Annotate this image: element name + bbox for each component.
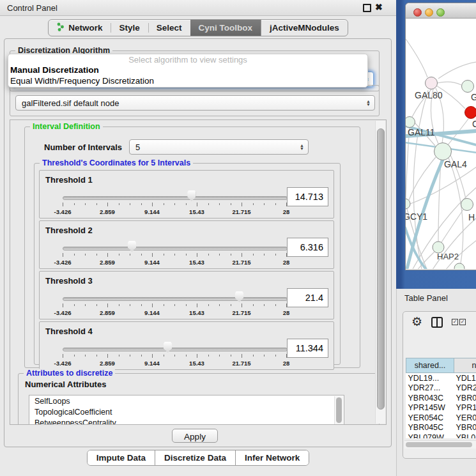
tick-mark bbox=[85, 203, 86, 205]
popup-item-equal-width-frequency[interactable]: Equal Width/Frequency Discretization bbox=[8, 76, 367, 87]
threshold-value-field[interactable]: 14.713 bbox=[287, 187, 328, 206]
tab-impute-data[interactable]: Impute Data bbox=[88, 450, 155, 465]
split-view-icon[interactable] bbox=[431, 317, 443, 328]
close-icon[interactable]: ✖ bbox=[375, 2, 383, 12]
tick-mark bbox=[197, 203, 197, 206]
scrollbar-thumb[interactable] bbox=[377, 128, 385, 410]
cell-shared-name[interactable]: YBL079W bbox=[406, 433, 454, 438]
tick-label: 15.43 bbox=[189, 360, 204, 367]
tab-infer-network[interactable]: Infer Network bbox=[235, 450, 309, 465]
tab-label: Style bbox=[119, 23, 139, 33]
tick-mark bbox=[253, 304, 254, 306]
tick-mark bbox=[231, 203, 231, 205]
control-panel-titlebar[interactable]: Control Panel ✖ bbox=[0, 0, 396, 16]
threshold-value-field[interactable]: 6.316 bbox=[287, 238, 328, 257]
settings-scrollbar[interactable] bbox=[375, 121, 385, 424]
attribute-list-item[interactable]: BetweennessCentrality bbox=[29, 417, 344, 425]
tick-mark bbox=[174, 304, 175, 306]
cell-shared-name[interactable]: YDR27... bbox=[406, 383, 454, 394]
table-row[interactable]: YBR045CYBR0 bbox=[406, 423, 476, 433]
gear-icon[interactable]: ⚙ bbox=[411, 316, 422, 328]
tick-mark bbox=[275, 355, 276, 357]
tick-mark bbox=[85, 304, 86, 306]
table-data-combobox[interactable]: galFiltered.sif default node ▲▼ bbox=[15, 95, 375, 111]
tick-mark bbox=[119, 304, 119, 306]
network-window-titlebar[interactable] bbox=[406, 3, 476, 19]
tick-mark bbox=[164, 203, 164, 205]
attribute-list-item[interactable]: TopologicalCoefficient bbox=[29, 406, 344, 417]
scrollbar-thumb[interactable] bbox=[406, 442, 472, 447]
tick-mark bbox=[208, 254, 209, 256]
tick-mark bbox=[174, 254, 175, 256]
threshold-value-field[interactable]: 21.4 bbox=[287, 288, 328, 307]
table-row[interactable]: YPR145WYPR1 bbox=[406, 403, 476, 413]
popup-prompt-item[interactable]: Select algorithm to view settings bbox=[8, 54, 367, 65]
number-of-intervals-value: 5 bbox=[135, 142, 140, 152]
table-row[interactable]: YBR043CYBR0 bbox=[406, 393, 476, 403]
tick-label: 21.715 bbox=[232, 259, 250, 266]
column-header-shared-name[interactable]: shared... bbox=[406, 358, 454, 373]
cell-shared-name[interactable]: YBR043C bbox=[406, 393, 454, 403]
tick-mark bbox=[141, 203, 142, 205]
apply-button[interactable]: Apply bbox=[172, 429, 218, 443]
threshold-slider[interactable] bbox=[63, 247, 288, 250]
cell-name[interactable]: YBR0 bbox=[454, 393, 476, 403]
tab-label: Cyni Toolbox bbox=[199, 23, 253, 33]
scrollbar-thumb[interactable] bbox=[336, 397, 342, 423]
network-view-window[interactable]: GAL80 GA C GAL11 GAL4 GCY1 H HAP2 bbox=[405, 3, 476, 270]
tick-label: 2.859 bbox=[100, 208, 115, 215]
table-horizontal-scrollbar[interactable] bbox=[404, 440, 476, 449]
tick-mark bbox=[242, 303, 242, 307]
cell-shared-name[interactable]: YER054C bbox=[406, 413, 454, 423]
cell-name[interactable]: YBL0 bbox=[454, 433, 476, 438]
cell-shared-name[interactable]: YPR145W bbox=[406, 403, 454, 413]
network-graph[interactable]: GAL80 GA C GAL11 GAL4 GCY1 H HAP2 bbox=[406, 18, 476, 269]
node-label-partial-red: C bbox=[472, 119, 476, 129]
tick-mark bbox=[74, 254, 75, 256]
cell-shared-name[interactable]: YDL19... bbox=[406, 373, 454, 383]
column-header-name[interactable]: n bbox=[454, 358, 476, 373]
tick-mark bbox=[130, 254, 130, 256]
numerical-attributes-list[interactable]: SelfLoopsTopologicalCoefficientBetweenne… bbox=[29, 395, 344, 425]
tab-discretize-data[interactable]: Discretize Data bbox=[155, 450, 235, 465]
threshold-slider[interactable] bbox=[63, 297, 288, 301]
algorithm-dropdown-popup: Select algorithm to view settings Manual… bbox=[8, 54, 368, 88]
threshold-slider[interactable] bbox=[63, 196, 288, 200]
tick-mark bbox=[141, 254, 142, 256]
node-label-hap2: HAP2 bbox=[437, 252, 459, 261]
float-window-icon[interactable] bbox=[363, 4, 371, 12]
checkbox-icon[interactable]: ✓ bbox=[459, 319, 466, 325]
checkbox-icon[interactable]: ✓ bbox=[452, 319, 458, 325]
popup-item-manual-discretization[interactable]: Manual Discretization bbox=[8, 65, 367, 76]
close-traffic-light-icon[interactable] bbox=[413, 8, 422, 17]
table-row[interactable]: YER054CYER0 bbox=[406, 413, 476, 423]
threshold-slider[interactable] bbox=[63, 348, 288, 351]
tick-label: 2.859 bbox=[100, 360, 115, 367]
number-of-intervals-combobox[interactable]: 5 ▲▼ bbox=[129, 139, 309, 155]
cell-name[interactable]: YPR1 bbox=[454, 403, 476, 413]
tab-jactivemnodules[interactable]: jActiveMNodules bbox=[261, 20, 348, 36]
cell-name[interactable]: YDR2 bbox=[454, 383, 476, 394]
tab-select[interactable]: Select bbox=[148, 20, 190, 36]
zoom-traffic-light-icon[interactable] bbox=[436, 8, 445, 17]
table-row[interactable]: YDR27...YDR2 bbox=[406, 383, 476, 394]
cell-shared-name[interactable]: YBR045C bbox=[406, 423, 454, 433]
tick-mark bbox=[74, 304, 75, 306]
cell-name[interactable]: YER0 bbox=[454, 413, 476, 423]
node-table: shared... n YDL19...YDL1YDR27...YDR2YBR0… bbox=[404, 335, 476, 438]
cell-name[interactable]: YDL1 bbox=[454, 373, 476, 383]
minimize-traffic-light-icon[interactable] bbox=[425, 8, 433, 17]
table-row[interactable]: YBL079WYBL0 bbox=[406, 433, 476, 438]
column-visibility-checkboxes[interactable]: ✓ ✓ bbox=[452, 319, 466, 325]
tab-label: Network bbox=[68, 23, 102, 33]
cell-name[interactable]: YBR0 bbox=[454, 423, 476, 433]
tab-cyni-toolbox[interactable]: Cyni Toolbox bbox=[190, 20, 261, 36]
tick-label: 28 bbox=[283, 309, 290, 316]
attribute-list-item[interactable]: SelfLoops bbox=[29, 395, 344, 406]
tab-network[interactable]: Network bbox=[49, 20, 111, 36]
tick-mark bbox=[96, 203, 97, 205]
threshold-value-field[interactable]: 11.344 bbox=[287, 339, 328, 358]
tab-style[interactable]: Style bbox=[111, 20, 148, 36]
list-scrollbar[interactable] bbox=[334, 396, 343, 424]
table-row[interactable]: YDL19...YDL1 bbox=[406, 373, 476, 383]
